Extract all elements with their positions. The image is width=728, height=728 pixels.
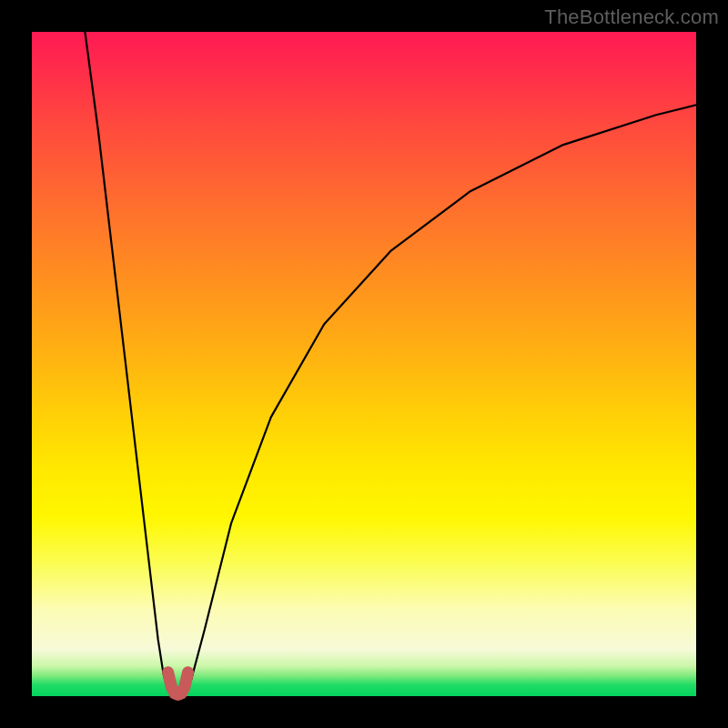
watermark-text: TheBottleneck.com xyxy=(544,5,719,29)
bottleneck-curve-svg xyxy=(32,32,696,696)
curve-path xyxy=(85,32,696,695)
chart-frame: TheBottleneck.com xyxy=(0,0,728,728)
minimum-u-marker xyxy=(168,672,188,695)
plot-area xyxy=(32,32,696,696)
